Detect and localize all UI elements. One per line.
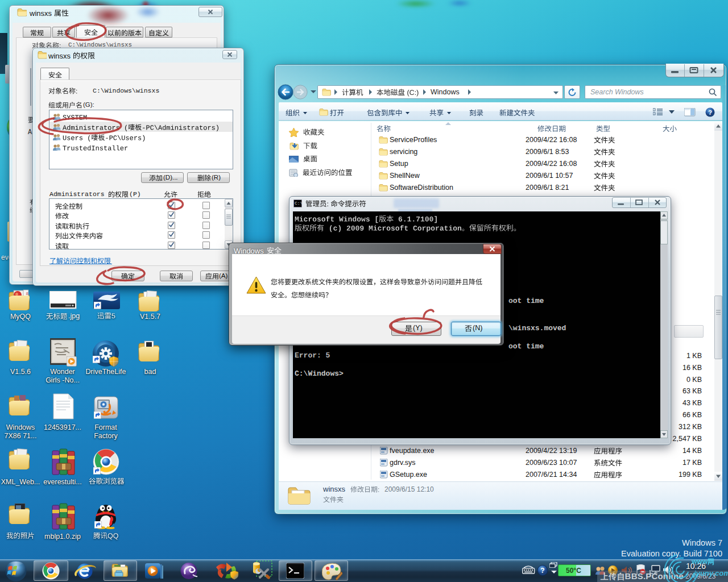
svg-text:jyuny.com: jyuny.com <box>693 569 728 577</box>
svg-text:8: 8 <box>26 291 29 296</box>
svg-text:www网: www网 <box>691 558 714 566</box>
svg-text:?: ? <box>540 567 544 575</box>
svg-text:?: ? <box>708 109 712 116</box>
